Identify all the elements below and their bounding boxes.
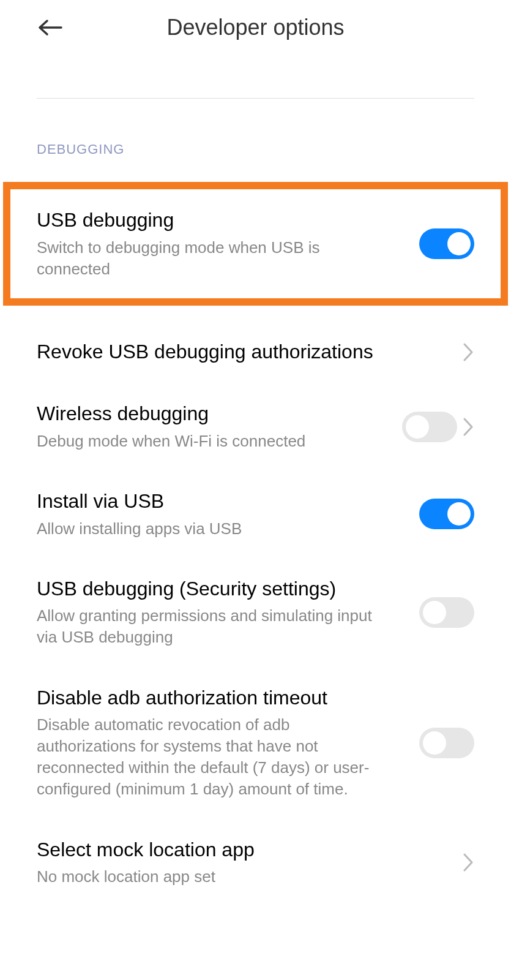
setting-mock-location[interactable]: Select mock location app No mock locatio…	[37, 819, 474, 907]
setting-subtitle: Allow installing apps via USB	[37, 518, 379, 540]
setting-text: USB debugging Switch to debugging mode w…	[37, 208, 379, 280]
toggle-knob	[406, 415, 429, 439]
divider	[37, 98, 474, 99]
setting-text: Disable adb authorization timeout Disabl…	[37, 685, 379, 801]
setting-subtitle: Switch to debugging mode when USB is con…	[37, 237, 379, 280]
toggle-adb-timeout[interactable]	[419, 728, 474, 758]
setting-text: Revoke USB debugging authorizations	[37, 339, 379, 365]
setting-title: Select mock location app	[37, 837, 379, 863]
toggle-wireless-debugging[interactable]	[402, 412, 457, 442]
setting-subtitle: No mock location app set	[37, 866, 379, 888]
toggle-usb-security[interactable]	[419, 597, 474, 628]
chevron-right-icon	[462, 417, 474, 437]
setting-adb-timeout[interactable]: Disable adb authorization timeout Disabl…	[37, 667, 474, 819]
setting-text: Wireless debugging Debug mode when Wi-Fi…	[37, 401, 379, 452]
settings-content: DEBUGGING USB debugging Switch to debugg…	[0, 98, 511, 906]
setting-title: USB debugging	[37, 208, 379, 233]
setting-wireless-debugging[interactable]: Wireless debugging Debug mode when Wi-Fi…	[37, 383, 474, 470]
setting-title: Wireless debugging	[37, 401, 379, 427]
setting-usb-security[interactable]: USB debugging (Security settings) Allow …	[37, 558, 474, 667]
toggle-knob	[447, 502, 471, 526]
setting-usb-debugging[interactable]: USB debugging Switch to debugging mode w…	[37, 202, 474, 286]
setting-text: Install via USB Allow installing apps vi…	[37, 489, 379, 540]
setting-revoke-authorizations[interactable]: Revoke USB debugging authorizations	[37, 321, 474, 383]
toggle-usb-debugging[interactable]	[419, 228, 474, 259]
toggle-knob	[423, 731, 446, 755]
setting-subtitle: Disable automatic revocation of adb auth…	[37, 714, 379, 800]
setting-title: Install via USB	[37, 489, 379, 514]
toggle-install-via-usb[interactable]	[419, 499, 474, 529]
app-header: Developer options	[0, 0, 511, 55]
page-title: Developer options	[37, 15, 474, 40]
setting-subtitle: Allow granting permissions and simulatin…	[37, 605, 379, 648]
section-header-debugging: DEBUGGING	[37, 141, 474, 157]
toggle-knob	[423, 601, 446, 624]
toggle-knob	[447, 232, 471, 255]
chevron-right-icon	[462, 342, 474, 363]
right-controls	[402, 412, 474, 442]
setting-text: USB debugging (Security settings) Allow …	[37, 576, 379, 649]
setting-title: Disable adb authorization timeout	[37, 685, 379, 711]
setting-text: Select mock location app No mock locatio…	[37, 837, 379, 888]
setting-title: USB debugging (Security settings)	[37, 576, 379, 602]
setting-subtitle: Debug mode when Wi-Fi is connected	[37, 431, 379, 452]
setting-title: Revoke USB debugging authorizations	[37, 339, 379, 365]
setting-install-via-usb[interactable]: Install via USB Allow installing apps vi…	[37, 470, 474, 558]
chevron-right-icon	[462, 852, 474, 873]
highlighted-setting: USB debugging Switch to debugging mode w…	[3, 182, 508, 306]
